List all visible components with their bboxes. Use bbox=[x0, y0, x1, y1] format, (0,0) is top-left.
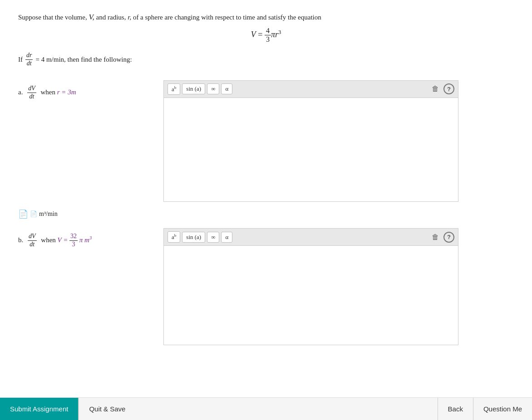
footer-bar: Submit Assignment Quit & Save Back Quest… bbox=[0, 397, 532, 420]
ab-label-b: ab bbox=[172, 233, 176, 241]
alpha-label-b: α bbox=[225, 234, 228, 241]
dr-dt-fraction: dr dt bbox=[25, 52, 33, 68]
alpha-button-b[interactable]: α bbox=[221, 232, 232, 243]
and-radius-text: and radius, bbox=[96, 14, 128, 21]
answer-area-b[interactable] bbox=[163, 245, 458, 345]
dV-dt-fraction-b: dV dt bbox=[28, 233, 37, 249]
trash-button-b[interactable]: 🗑 bbox=[429, 232, 442, 242]
inf-button-b[interactable]: ∞ bbox=[207, 232, 219, 243]
ab-label-a: ab bbox=[172, 85, 176, 93]
units-row-a: 📄 📄 m³/min bbox=[18, 209, 514, 219]
intro-text-before-V: Suppose that the volume, bbox=[18, 14, 87, 21]
main-equation: V = 4 3 πr3 bbox=[18, 27, 514, 44]
dV-dt-fraction-a: dV dt bbox=[27, 85, 36, 101]
dV-num-b: dV bbox=[28, 233, 37, 241]
back-button[interactable]: Back bbox=[438, 398, 473, 420]
units-icon-a: 📄 bbox=[18, 209, 28, 219]
sin-label-a: sin (a) bbox=[186, 85, 201, 93]
alpha-button-a[interactable]: α bbox=[221, 83, 232, 94]
answer-box-b: ab sin (a) ∞ α 🗑 ? bbox=[163, 228, 458, 345]
val-num-b: 32 bbox=[69, 233, 78, 241]
main-content: Suppose that the volume, V, and radius, … bbox=[0, 0, 532, 407]
inf-label-b: ∞ bbox=[211, 234, 215, 241]
r-variable: r, bbox=[128, 14, 131, 21]
sin-label-b: sin (a) bbox=[186, 234, 201, 241]
dV-num-a: dV bbox=[27, 85, 36, 93]
dt-den-a: dt bbox=[29, 93, 35, 101]
val-den-b: 3 bbox=[71, 241, 76, 249]
units-icon-b: 📄 bbox=[30, 210, 37, 218]
dt-denominator: dt bbox=[26, 60, 33, 68]
answer-area-a[interactable] bbox=[163, 98, 458, 202]
when-text-a: when bbox=[40, 88, 57, 96]
intro-paragraph: Suppose that the volume, V, and radius, … bbox=[18, 11, 514, 23]
part-b-label: b. dV dt when V = 32 3 π m3 bbox=[18, 228, 163, 249]
sin-button-a[interactable]: sin (a) bbox=[182, 83, 205, 94]
part-a-block: a. dV dt when r = 3m ab sin (a) ∞ α bbox=[18, 80, 514, 202]
if-text: If bbox=[18, 56, 23, 63]
V-variable: V, bbox=[89, 13, 94, 21]
trash-button-a[interactable]: 🗑 bbox=[429, 84, 442, 94]
help-button-a[interactable]: ? bbox=[443, 83, 454, 94]
intro-text-end: of a sphere are changing with respect to… bbox=[133, 14, 321, 21]
help-button-b[interactable]: ? bbox=[443, 232, 454, 243]
toolbar-b: ab sin (a) ∞ α 🗑 ? bbox=[163, 228, 458, 245]
inf-label-a: ∞ bbox=[211, 85, 215, 93]
when-text-b: when bbox=[41, 236, 57, 244]
equals-4-text: = 4 m/min, then find the following: bbox=[35, 56, 132, 63]
ab-button-b[interactable]: ab bbox=[167, 231, 180, 243]
dt-den-b: dt bbox=[29, 241, 35, 249]
submit-assignment-button[interactable]: Submit Assignment bbox=[0, 398, 79, 420]
if-drdt-line: If dr dt = 4 m/min, then find the follow… bbox=[18, 52, 514, 68]
alpha-label-a: α bbox=[225, 85, 228, 93]
question-me-button[interactable]: Question Me bbox=[473, 398, 532, 420]
part-a-label: a. dV dt when r = 3m bbox=[18, 80, 163, 101]
inf-button-a[interactable]: ∞ bbox=[207, 83, 219, 94]
r-equals-3m: r = 3m bbox=[57, 88, 76, 96]
units-text-a: m³/min bbox=[39, 210, 58, 218]
part-a-letter: a. bbox=[18, 88, 23, 96]
answer-box-a: ab sin (a) ∞ α 🗑 ? bbox=[163, 80, 458, 202]
part-b-block: b. dV dt when V = 32 3 π m3 ab bbox=[18, 228, 514, 345]
quit-save-button[interactable]: Quit & Save bbox=[79, 398, 135, 420]
sin-button-b[interactable]: sin (a) bbox=[182, 232, 205, 243]
V-equals-value: V = 32 3 π m3 bbox=[58, 236, 92, 244]
ab-button-a[interactable]: ab bbox=[167, 83, 180, 95]
toolbar-a: ab sin (a) ∞ α 🗑 ? bbox=[163, 80, 458, 98]
part-b-letter: b. bbox=[18, 236, 23, 244]
dr-numerator: dr bbox=[25, 52, 33, 60]
